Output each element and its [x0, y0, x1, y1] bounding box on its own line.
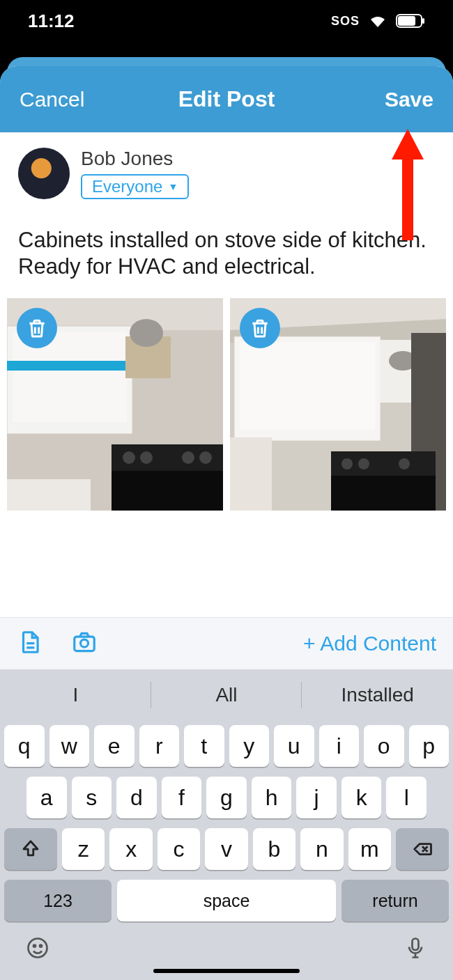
on-screen-keyboard: I All Installed qwertyuiop asdfghjkl zxc…	[0, 669, 453, 980]
author-row: Bob Jones Everyone ▼	[0, 132, 453, 206]
status-bar: 11:12 SOS	[0, 0, 453, 42]
svg-point-35	[40, 945, 42, 947]
svg-point-34	[33, 945, 36, 947]
svg-rect-7	[7, 361, 132, 371]
key-g[interactable]: g	[206, 777, 247, 818]
svg-point-29	[399, 458, 410, 469]
key-v[interactable]: v	[205, 828, 247, 870]
backspace-key[interactable]	[396, 828, 449, 870]
key-row-3: zxcvbnm	[4, 828, 449, 870]
key-d[interactable]: d	[116, 777, 157, 818]
emoji-icon	[25, 935, 50, 960]
home-indicator[interactable]	[153, 969, 300, 973]
svg-rect-16	[7, 479, 91, 511]
camera-icon	[71, 629, 98, 655]
dictation-key[interactable]	[403, 935, 428, 963]
svg-rect-36	[413, 939, 419, 951]
delete-photo-button[interactable]	[17, 308, 57, 348]
document-icon	[17, 629, 43, 655]
svg-point-27	[341, 458, 353, 469]
microphone-icon	[403, 935, 428, 960]
trash-icon	[249, 317, 271, 339]
key-w[interactable]: w	[49, 725, 90, 767]
svg-point-28	[358, 458, 369, 469]
key-h[interactable]: h	[252, 777, 292, 818]
post-text-input[interactable]: Cabinets installed on stove side of kitc…	[0, 206, 453, 298]
key-l[interactable]: l	[386, 777, 427, 818]
svg-point-33	[29, 939, 47, 958]
attached-photo[interactable]	[7, 298, 223, 511]
key-r[interactable]: r	[139, 725, 180, 767]
key-y[interactable]: y	[229, 725, 270, 767]
key-row-2: asdfghjkl	[4, 777, 449, 818]
key-f[interactable]: f	[162, 777, 202, 818]
battery-icon	[396, 14, 425, 28]
sheet-title: Edit Post	[178, 86, 275, 112]
author-name: Bob Jones	[81, 148, 189, 170]
shift-icon	[20, 839, 41, 860]
key-m[interactable]: m	[348, 828, 391, 870]
key-z[interactable]: z	[62, 828, 105, 870]
return-key[interactable]: return	[341, 880, 449, 921]
svg-point-12	[123, 451, 135, 464]
save-button[interactable]: Save	[329, 88, 433, 111]
svg-point-15	[199, 451, 212, 464]
svg-rect-26	[331, 476, 436, 511]
cancel-button[interactable]: Cancel	[20, 88, 124, 111]
sos-indicator: SOS	[331, 14, 360, 29]
wifi-icon	[368, 13, 387, 29]
status-time: 11:12	[28, 10, 75, 32]
sheet-header: Cancel Edit Post Save	[0, 66, 453, 132]
attach-photo-button[interactable]	[71, 629, 98, 658]
shift-key[interactable]	[4, 828, 57, 870]
privacy-label: Everyone	[92, 177, 162, 196]
key-a[interactable]: a	[26, 777, 67, 818]
key-x[interactable]: x	[109, 828, 152, 870]
svg-point-32	[80, 639, 88, 647]
key-o[interactable]: o	[364, 725, 404, 767]
svg-point-14	[182, 451, 194, 464]
svg-rect-11	[112, 471, 223, 511]
key-t[interactable]: t	[184, 725, 224, 767]
post-content-area: Bob Jones Everyone ▼ Cabinets installed …	[0, 132, 453, 617]
attached-photo[interactable]	[230, 298, 446, 511]
attach-file-button[interactable]	[17, 629, 43, 658]
key-e[interactable]: e	[94, 725, 135, 767]
key-row-1: qwertyuiop	[4, 725, 449, 767]
key-p[interactable]: p	[409, 725, 450, 767]
key-u[interactable]: u	[274, 725, 314, 767]
emoji-key[interactable]	[25, 935, 50, 963]
key-j[interactable]: j	[296, 777, 337, 818]
delete-photo-button[interactable]	[240, 308, 280, 348]
key-k[interactable]: k	[341, 777, 382, 818]
key-b[interactable]: b	[253, 828, 295, 870]
key-i[interactable]: i	[319, 725, 360, 767]
svg-point-9	[130, 319, 163, 347]
key-s[interactable]: s	[72, 777, 112, 818]
svg-rect-21	[240, 342, 375, 430]
suggestion[interactable]: All	[151, 669, 302, 721]
svg-rect-2	[422, 18, 424, 24]
photo-attachments	[0, 298, 453, 511]
privacy-selector[interactable]: Everyone ▼	[81, 174, 189, 199]
suggestion-bar: I All Installed	[0, 669, 453, 721]
chevron-down-icon: ▼	[168, 181, 178, 192]
numbers-key[interactable]: 123	[4, 880, 112, 921]
backspace-icon	[412, 839, 433, 860]
svg-rect-30	[230, 437, 272, 511]
svg-point-13	[140, 451, 153, 464]
space-key[interactable]: space	[117, 880, 336, 921]
add-content-button[interactable]: + Add Content	[303, 632, 436, 655]
svg-rect-1	[398, 16, 415, 26]
suggestion[interactable]: Installed	[302, 669, 453, 721]
edit-post-sheet: Cancel Edit Post Save Bob Jones Everyone…	[0, 66, 453, 980]
key-q[interactable]: q	[4, 725, 45, 767]
key-row-4: 123 space return	[4, 880, 449, 921]
avatar[interactable]	[18, 148, 70, 199]
status-right: SOS	[331, 13, 425, 29]
trash-icon	[26, 317, 48, 339]
key-n[interactable]: n	[300, 828, 343, 870]
suggestion[interactable]: I	[0, 669, 151, 721]
key-c[interactable]: c	[158, 828, 200, 870]
attachment-toolbar: + Add Content	[0, 617, 453, 669]
